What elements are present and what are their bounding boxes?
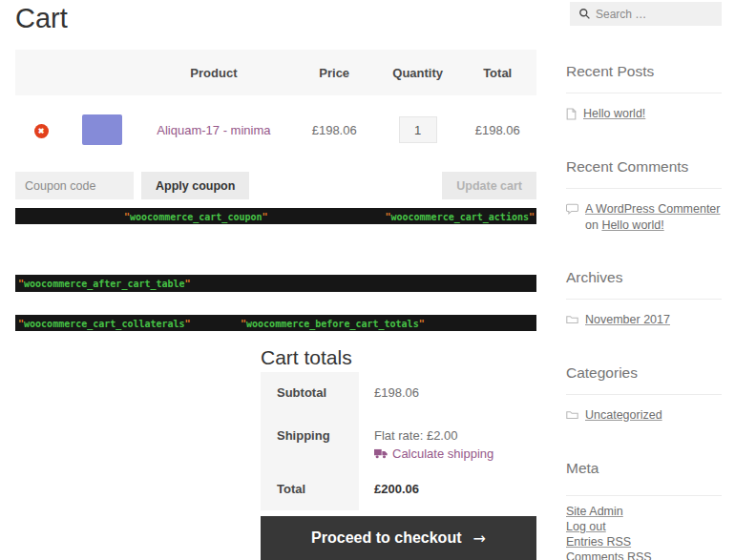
cart-table: Product Price Quantity Total ✖ Aliquam-1…: [15, 50, 536, 164]
right-arrow-icon: →: [472, 529, 485, 548]
hook-label-before-cart-totals: "woocommerce_before_cart_totals": [241, 318, 425, 328]
divider: [566, 394, 722, 395]
header-total: Total: [458, 66, 536, 80]
archive-item: November 2017: [566, 312, 722, 328]
comment-author-link[interactable]: A WordPress Commenter: [585, 202, 720, 216]
search-widget: [570, 2, 722, 26]
total-cell: £198.06: [458, 123, 536, 137]
apply-coupon-button[interactable]: Apply coupon: [141, 172, 249, 199]
widget-title-categories: Categories: [566, 364, 722, 381]
divider: [566, 188, 722, 189]
category-item: Uncategorized: [566, 407, 722, 424]
sidebar: Recent Posts Hello world! Recent Comment…: [566, 0, 722, 560]
divider: [566, 299, 722, 300]
widget-title-recent-comments: Recent Comments: [566, 158, 722, 175]
remove-item-button[interactable]: ✖: [34, 124, 49, 138]
quantity-cell: [377, 116, 459, 143]
remove-cell: ✖: [15, 122, 67, 138]
recent-post-link[interactable]: Hello world!: [583, 106, 645, 122]
comment-icon: [566, 203, 578, 215]
search-icon: [578, 8, 591, 20]
cart-table-header: Product Price Quantity Total: [15, 50, 536, 95]
hook-bar-coupon-actions: "woocommerce_cart_coupon" "woocommerce_c…: [15, 208, 536, 224]
product-link[interactable]: Aliquam-17 - minima: [157, 123, 270, 137]
proceed-to-checkout-button[interactable]: Proceed to checkout →: [261, 516, 536, 560]
header-quantity: Quantity: [377, 66, 459, 80]
subtotal-value: £198.06: [359, 372, 536, 415]
quantity-input[interactable]: [399, 116, 437, 143]
folder-icon: [566, 314, 578, 324]
thumbnail-cell: [67, 114, 136, 145]
total-row: Total £200.06: [261, 468, 536, 510]
hook-label-after-cart-table: "woocommerce_after_cart_table": [18, 279, 191, 289]
recent-post-item: Hello world!: [566, 106, 722, 122]
shipping-value-cell: Flat rate: £2.00 Calculate shipping: [359, 415, 536, 468]
search-input[interactable]: [570, 2, 722, 26]
shipping-row: Shipping Flat rate: £2.00 Calculate ship…: [261, 415, 536, 468]
folder-icon: [566, 409, 578, 420]
truck-icon: [374, 448, 388, 459]
recent-comment-item: A WordPress Commenter on Hello world!: [566, 201, 722, 234]
update-cart-button[interactable]: Update cart: [442, 172, 536, 199]
subtotal-row: Subtotal £198.06: [261, 372, 536, 415]
hook-bar-collaterals: "woocommerce_cart_collaterals" "woocomme…: [15, 315, 536, 331]
product-thumbnail[interactable]: [82, 114, 122, 145]
checkout-label: Proceed to checkout: [311, 529, 461, 547]
total-value: £200.06: [359, 468, 536, 510]
hook-label-cart-collaterals: "woocommerce_cart_collaterals": [18, 318, 191, 328]
cart-actions-row: Apply coupon Update cart: [15, 172, 536, 199]
main-content: Cart Product Price Quantity Total ✖ Aliq…: [15, 0, 536, 560]
meta-links: Site Admin Log out Entries RSS Comments …: [566, 506, 722, 560]
calculate-shipping-link[interactable]: Calculate shipping: [374, 446, 494, 461]
price-cell: £198.06: [292, 123, 377, 137]
page-title: Cart: [15, 0, 536, 34]
divider: [566, 495, 722, 496]
cart-item-row: ✖ Aliquam-17 - minima £198.06 £198.06: [15, 95, 536, 164]
hook-label-cart-actions: "woocommerce_cart_actions": [385, 211, 535, 221]
meta-link-entries-rss[interactable]: Entries RSS: [566, 536, 722, 548]
calculate-shipping-label: Calculate shipping: [392, 446, 494, 461]
subtotal-label: Subtotal: [261, 372, 359, 415]
hook-label-cart-coupon: "woocommerce_cart_coupon": [124, 211, 268, 221]
product-cell: Aliquam-17 - minima: [136, 123, 291, 137]
shipping-label: Shipping: [261, 415, 359, 468]
header-product: Product: [136, 66, 291, 80]
comment-connector: on: [585, 218, 601, 232]
divider: [566, 93, 722, 93]
widget-title-meta: Meta: [566, 460, 722, 476]
shipping-rate-text: Flat rate: £2.00: [374, 428, 536, 443]
archive-link[interactable]: November 2017: [585, 312, 670, 328]
meta-link-site-admin[interactable]: Site Admin: [566, 506, 722, 517]
cart-totals-table: Subtotal £198.06 Shipping Flat rate: £2.…: [261, 372, 536, 510]
header-price: Price: [292, 66, 377, 80]
category-link[interactable]: Uncategorized: [585, 407, 662, 424]
total-label: Total: [261, 468, 359, 510]
document-icon: [566, 108, 577, 120]
comment-post-link[interactable]: Hello world!: [601, 218, 663, 232]
cart-totals-title: Cart totals: [261, 339, 536, 370]
remove-x-icon: ✖: [38, 127, 45, 135]
coupon-code-input[interactable]: [15, 172, 134, 199]
widget-title-archives: Archives: [566, 269, 722, 285]
recent-comment-text: A WordPress Commenter on Hello world!: [585, 201, 722, 234]
cart-collaterals: Cart totals Subtotal £198.06 Shipping Fl…: [261, 339, 536, 560]
hook-bar-after-cart-table: "woocommerce_after_cart_table": [15, 275, 536, 292]
meta-link-log-out[interactable]: Log out: [566, 521, 722, 532]
meta-link-comments-rss[interactable]: Comments RSS: [566, 551, 722, 560]
widget-title-recent-posts: Recent Posts: [566, 63, 722, 79]
